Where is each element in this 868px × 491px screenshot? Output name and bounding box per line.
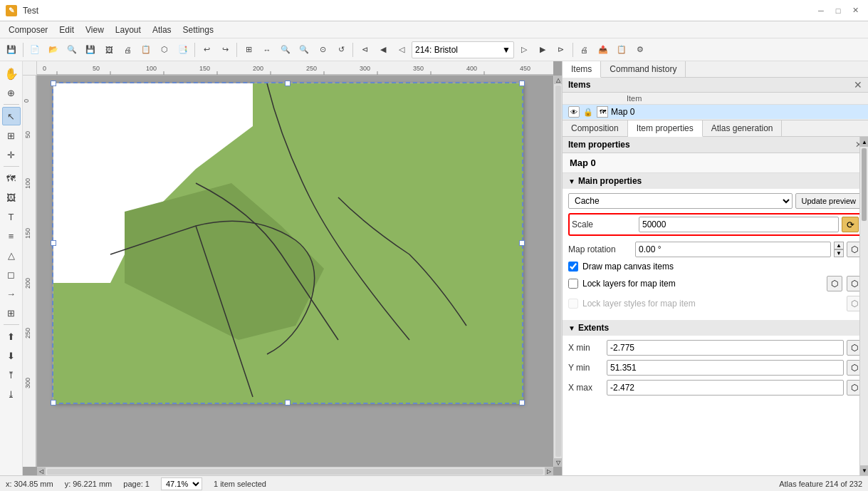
add-image-tool[interactable]: 🖼 — [2, 188, 21, 207]
props-scroll-down[interactable]: ▼ — [860, 465, 868, 475]
zoom-full-button[interactable]: ⊞ — [240, 41, 257, 58]
add-map-tool[interactable]: 🗺 — [2, 169, 21, 187]
save-as-button[interactable]: 💾 — [82, 41, 99, 58]
zoom-out-button[interactable]: 🔍 — [296, 41, 313, 58]
print2-button[interactable]: 🖨 — [576, 41, 593, 58]
select-area-tool[interactable]: ⊞ — [2, 126, 21, 145]
menu-layout[interactable]: Layout — [110, 24, 147, 36]
export-svg-button[interactable]: ⬡ — [156, 41, 173, 58]
add-legend-tool[interactable]: ≡ — [2, 227, 21, 245]
open-button[interactable]: 📂 — [45, 41, 62, 58]
refresh-button[interactable]: ↺ — [333, 41, 350, 58]
zoom-in-button[interactable]: 🔍 — [277, 41, 294, 58]
main-properties-section[interactable]: ▼ Main properties — [563, 173, 868, 189]
menubar: Composer Edit View Layout Atlas Settings — [0, 21, 868, 38]
tab-composition[interactable]: Composition — [563, 120, 628, 136]
menu-atlas[interactable]: Atlas — [147, 24, 177, 36]
tab-items[interactable]: Items — [563, 61, 601, 78]
items-row-map0[interactable]: 👁 🔒 🗺 Map 0 — [563, 105, 868, 120]
export-pdf-button[interactable]: 📋 — [137, 41, 155, 58]
atlas-nav-input[interactable] — [415, 45, 501, 55]
settings-button[interactable]: ⚙ — [632, 41, 649, 58]
status-selection: 1 item selected — [214, 480, 266, 488]
menu-edit[interactable]: Edit — [53, 24, 80, 36]
lock-styles-checkbox[interactable] — [568, 299, 578, 309]
undo-button[interactable]: ↩ — [198, 41, 215, 58]
items-panel: Items ✕ Item 👁 🔒 🗺 Map 0 — [563, 78, 868, 120]
items-close-btn[interactable]: ✕ — [854, 79, 862, 91]
xmax-input[interactable] — [607, 380, 844, 396]
zoom-tool[interactable]: ⊕ — [2, 83, 21, 102]
props-scrollbar[interactable]: ▲ ▼ — [859, 137, 868, 475]
zoom-actual-button[interactable]: ⊙ — [314, 41, 331, 58]
scroll-right-btn[interactable]: ▷ — [545, 467, 553, 476]
zoom-select[interactable]: 47.1% 25% 50% 75% 100% — [161, 477, 202, 490]
top-button[interactable]: ⤒ — [2, 366, 21, 384]
nav-dropdown-icon[interactable]: ▼ — [502, 45, 511, 55]
add-shape-tool[interactable]: ◻ — [2, 265, 21, 284]
item-lock-btn[interactable]: 🔒 — [582, 106, 594, 118]
vertical-scrollbar[interactable]: △ ▽ — [553, 76, 562, 467]
raise-button[interactable]: ⬆ — [2, 327, 21, 346]
tab-command-history[interactable]: Command history — [601, 61, 686, 77]
atlas-expression-btn[interactable]: ⟳ — [842, 217, 859, 232]
export-atlas-button[interactable]: 📋 — [613, 41, 630, 58]
maximize-button[interactable]: □ — [831, 4, 845, 18]
zoom-width-button[interactable]: ↔ — [258, 41, 276, 58]
props-scroll-up[interactable]: ▲ — [860, 137, 868, 147]
window-title: Test — [23, 6, 814, 16]
scroll-down-btn[interactable]: ▽ — [554, 458, 563, 467]
lower-button[interactable]: ⬇ — [2, 346, 21, 365]
menu-settings[interactable]: Settings — [177, 24, 219, 36]
export-img-button[interactable]: 🖼 — [100, 41, 117, 58]
atlas-first-button[interactable]: ⊲ — [356, 41, 373, 58]
xmin-input[interactable] — [607, 340, 844, 356]
print-button[interactable]: 🖨 — [119, 41, 136, 58]
lock-layers-link-btn[interactable]: ⬡ — [827, 276, 842, 291]
export2-button[interactable]: 📤 — [595, 41, 612, 58]
bottom-button[interactable]: ⤓ — [2, 385, 21, 403]
pan-tool[interactable]: ✋ — [2, 64, 21, 83]
add-arrow-tool[interactable]: → — [2, 284, 21, 303]
add-table-tool[interactable]: ⊞ — [2, 304, 21, 322]
scroll-up-btn[interactable]: △ — [554, 76, 563, 84]
save-button[interactable]: 💾 — [3, 41, 20, 58]
menu-view[interactable]: View — [80, 24, 110, 36]
rotation-down-btn[interactable]: ▼ — [834, 249, 844, 257]
cache-select[interactable]: Cache Render Rectangle — [568, 193, 793, 209]
new-button[interactable]: 📄 — [26, 41, 43, 58]
move-tool[interactable]: ✛ — [2, 145, 21, 164]
xmax-row: X max ⬡ — [568, 380, 862, 396]
minimize-button[interactable]: ─ — [814, 4, 828, 18]
find-button[interactable]: 🔍 — [63, 41, 80, 58]
extents-content: X min ⬡ Y min ⬡ X max ⬡ — [563, 336, 868, 404]
tab-item-properties[interactable]: Item properties — [628, 120, 703, 137]
scale-input[interactable] — [639, 217, 839, 232]
scroll-left-btn[interactable]: ◁ — [37, 467, 46, 476]
map-rotation-input[interactable] — [635, 242, 831, 257]
redo-button[interactable]: ↪ — [216, 41, 234, 58]
atlas-forward-button[interactable]: ▶ — [534, 41, 551, 58]
extents-section[interactable]: ▼ Extents — [563, 320, 868, 336]
atlas-back-button[interactable]: ◁ — [393, 41, 410, 58]
svg-text:200: 200 — [24, 278, 31, 289]
ymin-input[interactable] — [607, 360, 844, 376]
horizontal-scrollbar[interactable]: ◁ ▷ — [37, 467, 553, 475]
item-visibility-btn[interactable]: 👁 — [568, 106, 580, 118]
add-text-tool[interactable]: T — [2, 207, 21, 226]
atlas-nav-dropdown[interactable]: ▼ — [412, 41, 514, 58]
toolbar-separator-1 — [23, 43, 23, 57]
atlas-prev-button[interactable]: ◀ — [375, 41, 392, 58]
select-tool[interactable]: ↖ — [2, 107, 21, 125]
atlas-next-button[interactable]: ▷ — [516, 41, 533, 58]
tab-atlas-generation[interactable]: Atlas generation — [703, 120, 783, 136]
menu-composer[interactable]: Composer — [3, 24, 53, 36]
update-preview-button[interactable]: Update preview — [795, 193, 862, 209]
close-button[interactable]: ✕ — [848, 4, 862, 18]
add-scalebar-tool[interactable]: △ — [2, 246, 21, 264]
draw-canvas-checkbox[interactable] — [568, 262, 578, 272]
atlas-last-button[interactable]: ⊳ — [553, 41, 570, 58]
export-all-button[interactable]: 📑 — [174, 41, 192, 58]
rotation-up-btn[interactable]: ▲ — [834, 242, 844, 249]
lock-layers-checkbox[interactable] — [568, 279, 578, 289]
